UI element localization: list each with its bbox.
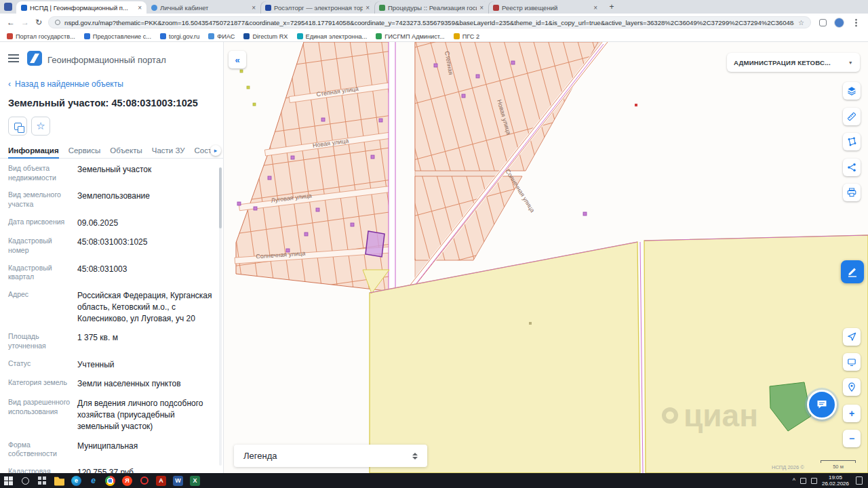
file-explorer-button[interactable] [51,473,68,488]
taskbar-search-button[interactable] [17,473,34,488]
taskbar-clock[interactable]: 19:05 26.02.2026 [822,474,849,487]
panel-scrollbar[interactable] [219,167,222,466]
tab-title: НСПД | Геоинформационный п... [30,4,135,12]
tab-favicon [379,5,385,11]
tab-close-icon[interactable]: × [138,4,142,12]
bookmark-star-icon[interactable]: ☆ [798,19,804,26]
yandex-browser-button[interactable]: Я [119,473,136,488]
zoom-out-button[interactable]: − [843,430,861,447]
browser-tab[interactable]: Реестр извещений × [488,1,602,14]
pinned-tab-icon[interactable] [4,3,12,11]
profile-avatar[interactable] [834,18,844,28]
notification-center-icon[interactable] [856,476,863,485]
locate-button[interactable] [843,328,861,346]
tab-parcel-parts[interactable]: Части ЗУ [152,142,185,158]
excel-button[interactable]: X [186,473,203,488]
word-button[interactable]: W [170,473,186,488]
draw-tool-button[interactable] [841,260,864,283]
tab-close-icon[interactable]: × [366,4,370,12]
tab-title: Росэлторг — электронная торг... [274,4,363,12]
bookmark-item[interactable]: Directum RX [243,33,288,40]
zoom-in-button[interactable]: + [843,405,861,422]
browser-menu-icon[interactable] [850,17,861,28]
ruler-button[interactable] [843,108,861,125]
acrobat-icon: A [156,476,166,486]
extensions-icon[interactable] [817,17,828,28]
bookmark-item[interactable]: ПГС 2 [454,33,479,40]
attribute-row: Дата присвоения09.06.2025 [8,218,216,229]
legend-expand-icon[interactable] [412,453,418,460]
tabs-scroll-arrow[interactable]: ▸ [210,145,221,156]
placemark-button[interactable] [843,378,861,396]
browser-tab[interactable]: Росэлторг — электронная торг... × [260,1,374,14]
screen-frame-icon [847,357,856,367]
chrome-icon [105,476,115,486]
opera-button[interactable] [136,473,153,488]
tab-favicon [493,5,499,11]
tab-close-icon[interactable]: × [593,4,597,12]
bookmark-item[interactable]: torgi.gov.ru [160,33,199,40]
tab-favicon [21,5,27,11]
extent-button[interactable] [843,353,861,371]
new-tab-button[interactable]: + [606,1,617,12]
portal-title: Геоинформационный портал [47,55,166,65]
browser-tab[interactable]: Личный кабинет × [146,1,260,14]
favorite-button[interactable]: ☆ [31,117,50,136]
farmland-parcel-right[interactable] [644,235,868,473]
browser-tab[interactable]: НСПД | Геоинформационный п... × [16,1,146,14]
layers-button[interactable] [843,82,861,100]
back-to-results-link[interactable]: ‹ Назад в найденные объекты [8,79,123,89]
farmland-parcel-left[interactable] [370,242,640,473]
tab-close-icon[interactable]: × [479,4,484,12]
selected-parcel[interactable] [366,231,384,257]
browser-tab[interactable]: Процедуры :: Реализация госи... × [374,1,488,14]
edge-button[interactable]: e [68,473,85,488]
tab-objects[interactable]: Объекты [110,142,142,158]
attribute-row: Кадастровая стоимость120 755,37 руб. [8,467,216,473]
chat-support-button[interactable] [807,390,837,420]
chrome-button[interactable] [102,473,119,488]
measure-area-button[interactable] [843,133,861,150]
attribute-row: СтатусУчтенный [8,359,216,371]
scale-bar [821,460,856,463]
task-view-button[interactable] [34,473,51,488]
map-canvas[interactable]: Степная Степная улица Новая улица Лугова… [224,42,868,473]
scrollbar-thumb[interactable] [219,167,222,228]
site-info-icon[interactable] [55,20,60,25]
organization-selector[interactable]: АДМИНИСТРАЦИЯ КЕТОВС... ▼ [727,53,860,72]
legend-bar[interactable]: Легенда [234,445,427,467]
bookmark-item[interactable]: Портал государств... [7,33,75,40]
reload-icon[interactable]: ↻ [35,18,42,27]
back-icon[interactable]: ← [7,18,15,27]
yandex-browser-icon: Я [122,476,132,486]
tab-information[interactable]: Информация [8,142,59,158]
bookmark-item[interactable]: ГИСГМП Админист... [376,33,444,40]
tab-favicon [265,5,271,11]
bookmark-item[interactable]: ФИАС [208,33,235,40]
forward-icon[interactable]: → [21,18,29,27]
print-button[interactable] [843,184,861,201]
bookmark-item[interactable]: Предоставление с... [84,33,151,40]
parcel-attributes: Вид объекта недвижимостиЗемельный участо… [8,164,216,473]
start-button[interactable] [0,473,17,488]
tray-network-icon[interactable] [800,478,806,484]
tray-volume-icon[interactable] [811,478,817,484]
attribute-row: Вид объекта недвижимостиЗемельный участо… [8,164,216,182]
tab-services[interactable]: Сервисы [68,142,101,158]
map-scale: 50 м [821,460,856,470]
share-button[interactable] [843,159,861,176]
chevron-left-icon: ‹ [8,79,11,89]
chat-bubble-icon [816,399,828,411]
internet-explorer-button[interactable]: e [85,473,102,488]
tab-close-icon[interactable]: × [252,4,256,12]
printer-icon [847,188,856,197]
bookmark-item[interactable]: Единая электронна... [297,33,368,40]
collapse-panel-button[interactable]: « [229,51,246,68]
attribute-row: АдресРоссийская Федерация, Курганская об… [8,290,216,324]
acrobat-button[interactable]: A [153,473,170,488]
cadastral-map[interactable]: Степная Степная улица Новая улица Лугова… [224,42,868,473]
hamburger-menu-icon[interactable] [8,54,19,62]
tray-chevron-icon[interactable]: ^ [793,477,795,484]
address-bar[interactable]: nspd.gov.ru/map?thematic=PKK&zoom=16.504… [48,16,811,28]
related-objects-button[interactable] [8,117,27,136]
